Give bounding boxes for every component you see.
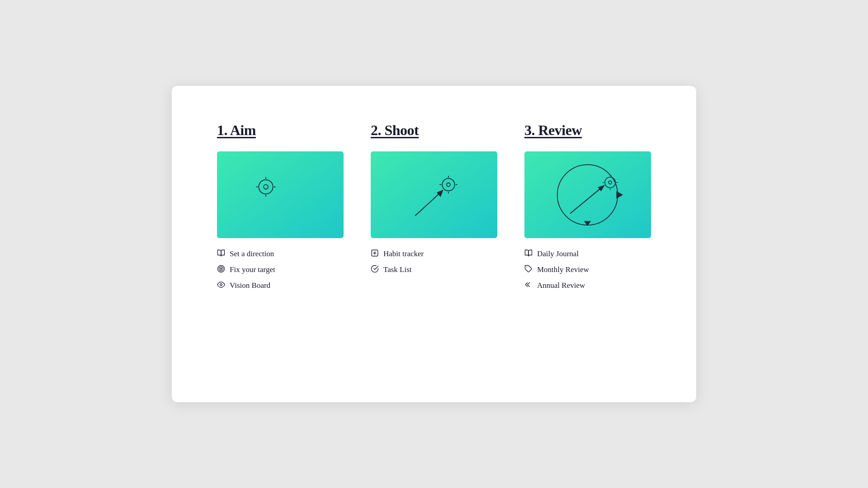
review-item-annual-label: Annual Review bbox=[537, 281, 585, 290]
aim-item-direction-label: Set a direction bbox=[230, 249, 274, 258]
book-icon bbox=[217, 249, 225, 259]
aim-image bbox=[217, 151, 344, 238]
shoot-item-task: Task List bbox=[371, 265, 497, 275]
section-shoot-title: 2. Shoot bbox=[371, 122, 497, 139]
svg-point-7 bbox=[218, 265, 225, 272]
section-aim-title: 1. Aim bbox=[217, 122, 344, 139]
shoot-items-list: Habit tracker Task List bbox=[371, 249, 497, 275]
review-item-monthly: Monthly Review bbox=[524, 265, 651, 275]
aim-item-direction: Set a direction bbox=[217, 249, 344, 259]
chevron-left-icon bbox=[524, 281, 533, 291]
tag-icon bbox=[524, 265, 533, 275]
check-circle-icon bbox=[371, 265, 379, 275]
aim-item-target-label: Fix your target bbox=[230, 265, 275, 274]
review-item-daily: Daily Journal bbox=[524, 249, 651, 259]
aim-item-vision-label: Vision Board bbox=[230, 281, 270, 290]
section-shoot: 2. Shoot bbox=[371, 122, 497, 366]
aim-item-target: Fix your target bbox=[217, 265, 344, 275]
shoot-item-task-label: Task List bbox=[383, 265, 412, 274]
shoot-item-habit-label: Habit tracker bbox=[383, 249, 424, 258]
review-image bbox=[524, 151, 651, 238]
review-item-monthly-label: Monthly Review bbox=[537, 265, 589, 274]
svg-rect-0 bbox=[217, 151, 344, 238]
shoot-item-habit: Habit tracker bbox=[371, 249, 497, 259]
target-icon bbox=[217, 265, 225, 275]
shoot-image bbox=[371, 151, 497, 238]
section-review: 3. Review bbox=[524, 122, 651, 366]
aim-item-vision: Vision Board bbox=[217, 281, 344, 291]
review-item-daily-label: Daily Journal bbox=[537, 249, 579, 258]
svg-rect-11 bbox=[371, 151, 497, 238]
svg-point-10 bbox=[220, 283, 222, 286]
review-items-list: Daily Journal Monthly Review bbox=[524, 249, 651, 291]
eye-icon bbox=[217, 281, 225, 291]
svg-point-8 bbox=[219, 267, 223, 271]
section-review-title: 3. Review bbox=[524, 122, 651, 139]
main-card: 1. Aim bbox=[172, 86, 696, 402]
review-item-annual: Annual Review bbox=[524, 281, 651, 291]
journal-icon bbox=[524, 249, 533, 259]
aim-items-list: Set a direction Fix your target bbox=[217, 249, 344, 291]
plus-box-icon bbox=[371, 249, 379, 259]
svg-point-9 bbox=[221, 268, 222, 269]
section-aim: 1. Aim bbox=[217, 122, 344, 366]
